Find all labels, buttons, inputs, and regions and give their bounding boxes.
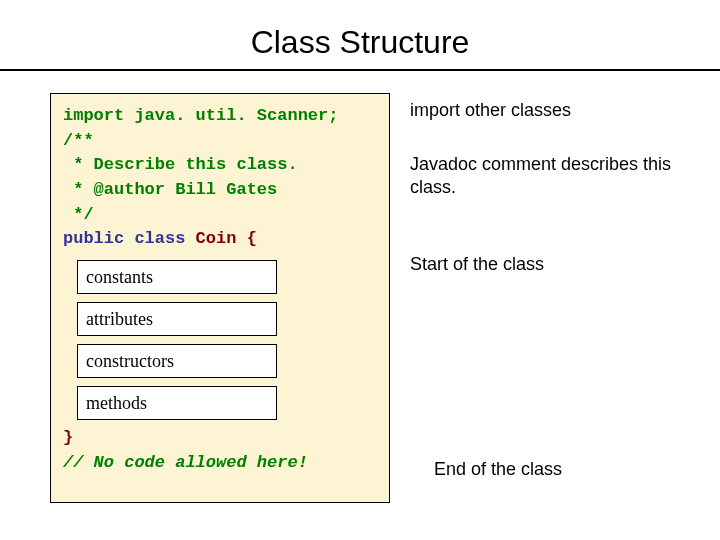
annotation-end: End of the class — [434, 458, 714, 481]
slide-title: Class Structure — [0, 24, 720, 61]
code-import: import java. util. Scanner; — [63, 104, 377, 129]
box-constants: constants — [77, 260, 277, 294]
box-methods: methods — [77, 386, 277, 420]
box-attributes: attributes — [77, 302, 277, 336]
no-code-comment: // No code allowed here! — [63, 451, 377, 476]
javadoc-close: */ — [63, 203, 377, 228]
javadoc-desc: * Describe this class. — [63, 153, 377, 178]
annotation-javadoc: Javadoc comment describes this class. — [410, 153, 690, 200]
title-rule — [0, 69, 720, 71]
annotation-start: Start of the class — [410, 253, 690, 276]
class-decl: public class Coin { — [63, 227, 377, 252]
javadoc-open: /** — [63, 129, 377, 154]
box-constructors: constructors — [77, 344, 277, 378]
keyword-public-class: public class — [63, 229, 185, 248]
class-close-brace: } — [63, 426, 377, 451]
javadoc-author: * @author Bill Gates — [63, 178, 377, 203]
code-box: import java. util. Scanner; /** * Descri… — [50, 93, 390, 503]
annotation-import: import other classes — [410, 99, 690, 122]
class-name: Coin { — [185, 229, 256, 248]
